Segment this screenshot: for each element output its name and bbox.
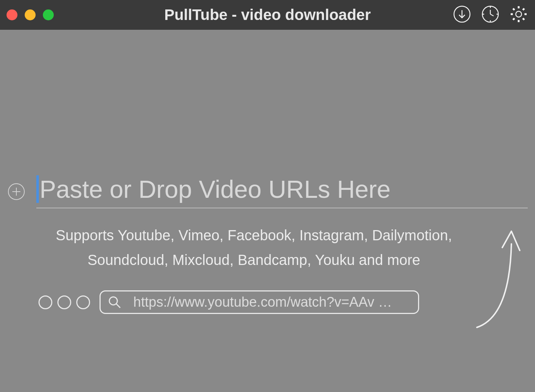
maximize-button[interactable] xyxy=(43,9,54,20)
clock-icon xyxy=(481,5,499,25)
search-icon xyxy=(108,295,122,309)
add-url-button[interactable] xyxy=(7,183,25,201)
svg-line-4 xyxy=(490,14,494,16)
close-button[interactable] xyxy=(7,9,17,20)
gear-icon xyxy=(510,5,528,25)
url-input[interactable] xyxy=(40,175,528,203)
settings-button[interactable] xyxy=(509,5,528,25)
example-url-text: https://www.youtube.com/watch?v=AAv … xyxy=(133,294,392,310)
downloads-button[interactable] xyxy=(452,5,472,25)
window-control-hint-maximize xyxy=(76,295,90,309)
toolbar xyxy=(452,5,528,25)
arrow-hint xyxy=(470,222,520,331)
svg-point-9 xyxy=(516,11,522,17)
main-area: Supports Youtube, Vimeo, Facebook, Insta… xyxy=(7,175,528,314)
supports-text: Supports Youtube, Vimeo, Facebook, Insta… xyxy=(42,223,466,272)
app-window: PullTube - video downloader xyxy=(0,0,535,392)
window-control-hint-close xyxy=(38,295,52,309)
svg-point-13 xyxy=(109,297,117,305)
window-controls xyxy=(7,9,54,20)
curved-arrow-icon xyxy=(470,326,520,332)
plus-icon xyxy=(7,196,25,202)
url-input-container xyxy=(36,175,528,208)
content-area: Supports Youtube, Vimeo, Facebook, Insta… xyxy=(0,30,535,392)
svg-line-14 xyxy=(116,304,120,308)
example-row: https://www.youtube.com/watch?v=AAv … xyxy=(38,290,528,314)
window-title: PullTube - video downloader xyxy=(164,6,371,24)
window-control-hint-minimize xyxy=(57,295,71,309)
url-input-row xyxy=(7,175,528,208)
titlebar: PullTube - video downloader xyxy=(0,0,535,30)
download-icon xyxy=(453,5,471,25)
example-url-box: https://www.youtube.com/watch?v=AAv … xyxy=(100,290,419,314)
text-cursor xyxy=(36,175,39,203)
history-button[interactable] xyxy=(481,5,500,25)
minimize-button[interactable] xyxy=(25,9,36,20)
